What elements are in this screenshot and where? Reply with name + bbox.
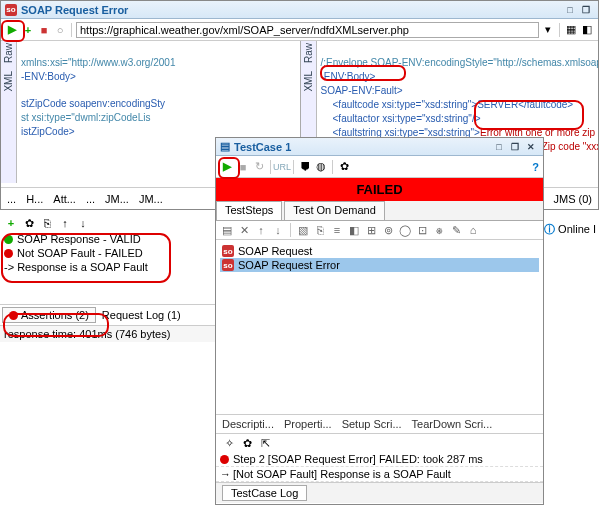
log-text: [Not SOAP Fault] Response is a SOAP Faul… <box>233 468 451 480</box>
testcase-toolbar: ▶ ■ ↻ URL ⛊ ◍ ✿ ? <box>216 156 543 178</box>
url-icon[interactable]: URL <box>275 160 289 174</box>
ts-icon-5[interactable]: ▧ <box>296 223 310 237</box>
ts-icon-9[interactable]: ⊞ <box>364 223 378 237</box>
run-icon[interactable]: ▶ <box>5 23 19 37</box>
teststeps-toolbar: ▤ ✕ ↑ ↓ ▧ ⎘ ≡ ◧ ⊞ ⊚ ◯ ⊡ ⎈ ✎ ⌂ <box>216 221 543 240</box>
xml-line: <faultcode xsi:type="xsd:string">SERVER<… <box>333 99 574 110</box>
assertion-row-failed[interactable]: Not SOAP Fault - FAILED <box>0 246 240 260</box>
assertion-label: Not SOAP Fault - FAILED <box>17 247 143 259</box>
run-testcase-icon[interactable]: ▶ <box>220 160 234 174</box>
loop-icon[interactable]: ↻ <box>252 160 266 174</box>
log-text: Step 2 [SOAP Request Error] FAILED: took… <box>233 453 483 465</box>
request-log-tab[interactable]: Request Log (1) <box>96 308 187 322</box>
assertion-label: SOAP Response - VALID <box>17 233 141 245</box>
status-dot-red <box>220 455 229 464</box>
teststep-label: SOAP Request Error <box>238 259 340 271</box>
ts-icon-1[interactable]: ▤ <box>220 223 234 237</box>
log-options-icon[interactable]: ✿ <box>240 436 254 450</box>
ts-icon-13[interactable]: ⎈ <box>432 223 446 237</box>
restore-icon[interactable]: ❐ <box>507 140 523 154</box>
tool-2-icon[interactable]: ◧ <box>580 23 594 37</box>
ws-icon[interactable]: ○ <box>53 23 67 37</box>
add-assertion-icon[interactable]: + <box>4 216 18 230</box>
maximize-icon[interactable]: □ <box>491 140 507 154</box>
up-icon[interactable]: ↑ <box>58 216 72 230</box>
shield-icon[interactable]: ◍ <box>314 160 328 174</box>
log-export-icon[interactable]: ⇱ <box>258 436 272 450</box>
teststeps-list[interactable]: soSOAP Request soSOAP Request Error <box>216 240 543 414</box>
soap-icon: so <box>222 245 234 257</box>
main-toolbar: ▶ + ■ ○ https://graphical.weather.gov/xm… <box>1 19 598 41</box>
tool-1-icon[interactable]: ▦ <box>564 23 578 37</box>
teststep-label: SOAP Request <box>238 245 312 257</box>
online-help-link[interactable]: ⓘ Online I <box>544 222 596 237</box>
xml-tab-label[interactable]: XML <box>303 71 314 92</box>
main-window-title: so SOAP Request Error □ ❐ <box>1 1 598 19</box>
settings-icon[interactable]: ✿ <box>337 160 351 174</box>
log-row-detail[interactable]: →[Not SOAP Fault] Response is a SOAP Fau… <box>216 467 543 482</box>
raw-tab-label[interactable]: Raw <box>3 43 14 63</box>
footer-tab[interactable]: H... <box>26 193 43 205</box>
url-field[interactable]: https://graphical.weather.gov/xml/SOAP_s… <box>76 22 539 38</box>
gear-icon[interactable]: ✿ <box>22 216 36 230</box>
ts-icon-15[interactable]: ⌂ <box>466 223 480 237</box>
help-icon[interactable]: ? <box>532 161 539 173</box>
xml-line: SOAP-ENV:Fault> <box>321 85 403 96</box>
info-icon: ⓘ <box>544 223 555 235</box>
close-icon[interactable]: ✕ <box>523 140 539 154</box>
footer-tab[interactable]: ... <box>7 193 16 205</box>
ts-icon-7[interactable]: ≡ <box>330 223 344 237</box>
tab-teardown[interactable]: TearDown Scri... <box>412 418 493 430</box>
ts-icon-12[interactable]: ⊡ <box>415 223 429 237</box>
add-icon[interactable]: + <box>21 23 35 37</box>
xml-tab-label[interactable]: XML <box>3 71 14 92</box>
ts-icon-11[interactable]: ◯ <box>398 223 412 237</box>
status-dot-red <box>9 311 18 320</box>
restore-icon[interactable]: ❐ <box>578 3 594 17</box>
tab-setup[interactable]: Setup Scri... <box>342 418 402 430</box>
footer-tab[interactable]: JM... <box>139 193 163 205</box>
xml-line: -ENV:Body> <box>321 71 376 82</box>
xml-line: -ENV:Body> <box>21 71 76 82</box>
keystore-icon[interactable]: ⛊ <box>298 160 312 174</box>
tab-testondemand[interactable]: Test On Demand <box>284 201 385 220</box>
ts-up-icon[interactable]: ↑ <box>254 223 268 237</box>
dropdown-icon[interactable]: ▾ <box>541 23 555 37</box>
stop-icon[interactable]: ■ <box>37 23 51 37</box>
ts-icon-10[interactable]: ⊚ <box>381 223 395 237</box>
log-row-failed[interactable]: Step 2 [SOAP Request Error] FAILED: took… <box>216 452 543 467</box>
soap-icon: so <box>5 4 17 16</box>
teststep-item-selected[interactable]: soSOAP Request Error <box>220 258 539 272</box>
tab-properties[interactable]: Properti... <box>284 418 332 430</box>
ts-down-icon[interactable]: ↓ <box>271 223 285 237</box>
stop-testcase-icon[interactable]: ■ <box>236 160 250 174</box>
xml-line: st xsi:type="dwml:zipCodeLis <box>21 112 150 123</box>
teststep-item[interactable]: soSOAP Request <box>220 244 539 258</box>
testcase-title-bar: ▤ TestCase 1 □ ❐ ✕ <box>216 138 543 156</box>
tab-description[interactable]: Descripti... <box>222 418 274 430</box>
xml-line: stZipCode soapenv:encodingSty <box>21 98 165 109</box>
raw-tab-label[interactable]: Raw <box>303 43 314 63</box>
testcase-log-tab[interactable]: TestCase Log <box>222 485 307 501</box>
maximize-icon[interactable]: □ <box>562 3 578 17</box>
run-status-bar: FAILED <box>216 178 543 201</box>
title-text: SOAP Request Error <box>21 4 128 16</box>
request-side-tabs[interactable]: Raw XML <box>1 41 17 183</box>
testcase-icon: ▤ <box>220 140 230 153</box>
assertions-tab[interactable]: Assertions (2) <box>2 307 96 323</box>
footer-tab[interactable]: Att... <box>53 193 76 205</box>
footer-right[interactable]: JMS (0) <box>554 193 593 205</box>
ts-icon-6[interactable]: ⎘ <box>313 223 327 237</box>
assertions-tab-label: Assertions (2) <box>21 309 89 321</box>
assertion-row-valid[interactable]: SOAP Response - VALID <box>0 232 240 246</box>
footer-tab[interactable]: ... <box>86 193 95 205</box>
clone-icon[interactable]: ⎘ <box>40 216 54 230</box>
testcase-title: TestCase 1 <box>234 141 291 153</box>
ts-icon-2[interactable]: ✕ <box>237 223 251 237</box>
footer-tab[interactable]: JM... <box>105 193 129 205</box>
tab-teststeps[interactable]: TestSteps <box>216 201 282 220</box>
ts-icon-8[interactable]: ◧ <box>347 223 361 237</box>
log-clear-icon[interactable]: ✧ <box>222 436 236 450</box>
ts-icon-14[interactable]: ✎ <box>449 223 463 237</box>
down-icon[interactable]: ↓ <box>76 216 90 230</box>
